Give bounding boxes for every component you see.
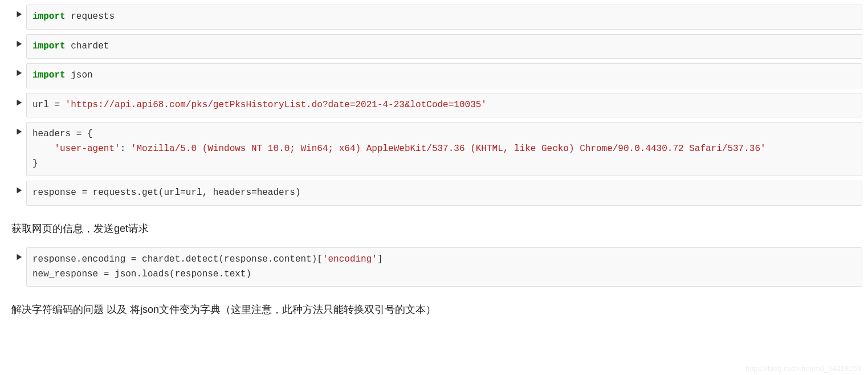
code-cell: response.encoding = chardet.detect(respo… (6, 247, 862, 287)
code-cell: import chardet (6, 34, 862, 59)
code-input[interactable]: headers = { 'user-agent': 'Mozilla/5.0 (… (26, 122, 862, 176)
code-input[interactable]: import chardet (26, 34, 862, 59)
string-literal: 'Mozilla/5.0 (Windows NT 10.0; Win64; x6… (131, 144, 766, 154)
code-input[interactable]: import requests (26, 5, 862, 30)
run-cell-button[interactable] (6, 63, 26, 79)
code-input[interactable]: response.encoding = chardet.detect(respo… (26, 247, 862, 287)
string-literal: 'https://api.api68.com/pks/getPksHistory… (66, 100, 487, 110)
code-text: response = requests.get(url=url, headers… (32, 188, 300, 198)
run-cell-button[interactable] (6, 181, 26, 196)
code-input[interactable]: url = 'https://api.api68.com/pks/getPksH… (26, 93, 862, 118)
run-icon (15, 10, 23, 20)
code-text: response.encoding = chardet.detect(respo… (32, 254, 323, 264)
keyword: import (32, 11, 66, 22)
code-text: requests (66, 11, 115, 22)
code-cell: response = requests.get(url=url, headers… (6, 181, 862, 206)
code-cell: url = 'https://api.api68.com/pks/getPksH… (6, 93, 862, 118)
markdown-text: 解决字符编码的问题 以及 将json文件变为字典（这里注意，此种方法只能转换双引… (11, 304, 436, 315)
run-cell-button[interactable] (6, 122, 26, 137)
code-text (32, 144, 54, 154)
run-cell-button[interactable] (6, 34, 26, 50)
run-icon (15, 253, 23, 263)
run-cell-button[interactable] (6, 5, 26, 20)
run-icon (15, 69, 23, 79)
code-text: json (66, 70, 93, 80)
code-text: } (32, 158, 38, 169)
code-text: new_response = json.loads(response.text) (32, 269, 251, 279)
run-icon (15, 186, 23, 196)
code-input[interactable]: import json (26, 63, 862, 88)
code-text: url = (32, 100, 66, 110)
run-icon (15, 128, 23, 137)
run-icon (15, 99, 23, 108)
markdown-text: 获取网页的信息，发送get请求 (11, 223, 149, 234)
keyword: import (32, 41, 66, 51)
code-text: headers = { (32, 129, 93, 139)
code-text: : (120, 144, 131, 154)
run-cell-button[interactable] (6, 247, 26, 263)
string-literal: 'encoding' (323, 254, 377, 264)
code-cell: import requests (6, 5, 862, 30)
code-cell: headers = { 'user-agent': 'Mozilla/5.0 (… (6, 122, 862, 176)
run-icon (15, 40, 23, 50)
markdown-cell: 解决字符编码的问题 以及 将json文件变为字典（这里注意，此种方法只能转换双引… (6, 291, 862, 320)
run-cell-button[interactable] (6, 93, 26, 108)
string-literal: 'user-agent' (54, 144, 120, 154)
code-cell: import json (6, 63, 862, 88)
code-text: ] (377, 254, 383, 264)
markdown-cell: 获取网页的信息，发送get请求 (6, 210, 862, 247)
code-text: chardet (66, 41, 109, 51)
keyword: import (32, 70, 66, 80)
code-input[interactable]: response = requests.get(url=url, headers… (26, 181, 862, 206)
